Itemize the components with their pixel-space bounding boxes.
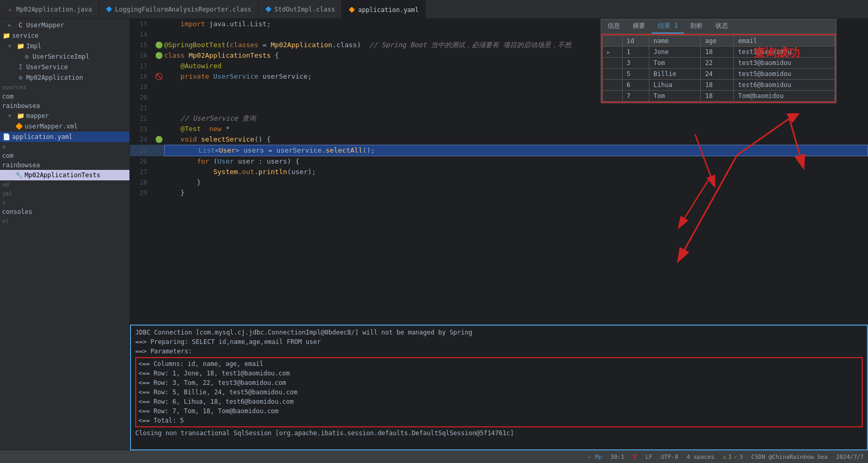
status-mp: ✓ Mp <box>588 454 602 460</box>
cell-id: 5 <box>622 69 649 80</box>
code-line-28: 28 } <box>130 177 868 188</box>
console-output: JDBC Connection [com.mysql.cj.jdbc.Conne… <box>135 328 863 438</box>
log-line-row3: <== Row: 5, Billie, 24, test5@baomidou.c… <box>138 387 860 397</box>
cell-name: Billie <box>649 69 700 80</box>
tab-stdout[interactable]: 🔷 StdOutImpl.class <box>258 0 342 18</box>
status-lf: LF <box>645 454 652 460</box>
sidebar-item-mp02tests[interactable]: 🔧 Mp02ApplicationTests <box>0 170 129 180</box>
sidebar-item-application-yaml[interactable]: 📄 application.yaml <box>0 132 129 142</box>
sidebar-item-consoles[interactable]: consoles <box>0 207 129 217</box>
sidebar-item-impl[interactable]: ▼ 📁 Impl <box>0 41 129 51</box>
col-header-age: age <box>701 36 734 47</box>
log-line-row4: <== Row: 6, Lihua, 18, test6@baomidou.co… <box>138 397 860 406</box>
code-line-26: 26 for (User user : users) { <box>130 156 868 167</box>
col-header-email: email <box>734 36 835 47</box>
test-icon: 🔧 <box>15 171 23 179</box>
table-row: ▶ 1 Jone 18 test1@baomidou <box>603 47 835 58</box>
sidebar-item-mapper[interactable]: ▼ 📁 mapper <box>0 111 129 121</box>
log-line-total: <== Total: 5 <box>138 416 860 425</box>
log-line-columns: <== Columns: id, name, age, email <box>138 359 860 369</box>
cell-email: Tom@baomidou <box>734 91 835 102</box>
cell-name: Tom <box>649 91 700 102</box>
sidebar-item-sources: sources <box>0 83 129 92</box>
code-line-24: 24 🟢 void selectService() { <box>130 134 868 145</box>
status-bar: ✓ Mp 30:1 Y LF UTF-8 4 spaces ⚠ 1 ✓ 3 CS… <box>0 450 868 463</box>
row-marker <box>603 91 623 102</box>
cell-name: Tom <box>649 58 700 69</box>
console-highlight-block: <== Columns: id, name, age, email <== Ro… <box>135 357 863 427</box>
check-icon: ✓ <box>734 454 737 460</box>
panel-tab-status[interactable]: 状态 <box>709 19 734 34</box>
panel-tab-info[interactable]: 信息 <box>601 19 626 34</box>
status-warnings: ⚠ 1 ✓ 3 <box>723 454 743 460</box>
cell-email: test3@baomidou <box>734 58 835 69</box>
status-logo-y: Y <box>633 453 637 461</box>
cell-age: 18 <box>701 91 734 102</box>
code-line-22: 22 // UserService 查询 <box>130 113 868 124</box>
sidebar-item-com2[interactable]: com <box>0 151 129 160</box>
tab-mp02application[interactable]: ☕ Mp02Application.java <box>0 0 99 18</box>
cell-id: 3 <box>622 58 649 69</box>
code-line-27: 27 System.out.println(user); <box>130 167 868 177</box>
status-encoding: UTF-8 <box>661 454 678 460</box>
sidebar-item-iml: iml <box>0 189 129 198</box>
sidebar-item-nd: nd <box>0 180 129 189</box>
yaml-file-icon: 📄 <box>2 133 10 141</box>
service-impl-icon: ⚙ <box>23 52 31 61</box>
cell-name: Lihua <box>649 80 700 91</box>
sidebar-item-userservice[interactable]: I UserService <box>0 62 129 72</box>
sidebar-item-com1[interactable]: com <box>0 92 129 101</box>
code-line-23: 23 @Test new * <box>130 124 868 134</box>
folder-icon: 📁 <box>2 31 10 40</box>
sidebar-item-userserviceimpl[interactable]: ⚙ UserServiceImpl <box>0 51 129 62</box>
row-marker <box>603 80 623 91</box>
cell-age: 24 <box>701 69 734 80</box>
col-header-id: id <box>622 36 649 47</box>
class-icon-1: 🔷 <box>105 6 113 13</box>
sidebar-item-service[interactable]: 📁 service <box>0 30 129 41</box>
cell-age: 18 <box>701 47 734 58</box>
sidebar-item-mp02app[interactable]: ⚙ Mp02Application <box>0 72 129 83</box>
code-line-25: 25 List<User> users = userService.select… <box>130 145 868 156</box>
row-marker: ▶ <box>603 47 623 58</box>
cell-age: 22 <box>701 58 734 69</box>
table-wrapper: id name age email ▶ 1 Jone 18 test1@baom… <box>601 34 836 103</box>
log-line-preparing: ==> Preparing: SELECT id,name,age,email … <box>135 337 863 347</box>
result-table: id name age email ▶ 1 Jone 18 test1@baom… <box>602 35 835 102</box>
sidebar-item-o: o) <box>0 217 129 225</box>
interface-icon: I <box>16 63 25 71</box>
tab-application-yaml[interactable]: 🔶 application.yaml <box>342 0 426 18</box>
sidebar: ▶ C UserMapper 📁 service ▼ 📁 Impl ⚙ User… <box>0 19 130 450</box>
chevron-right-icon: ▶ <box>8 23 15 28</box>
sidebar-item-usermapper[interactable]: ▶ C UserMapper <box>0 20 129 30</box>
status-indent: 4 spaces <box>687 454 714 460</box>
table-row: 6 Lihua 18 test6@baomidou <box>603 80 835 91</box>
cell-email: test1@baomidou <box>734 47 835 58</box>
panel-tab-profile[interactable]: 剖析 <box>684 19 709 34</box>
log-line-row2: <== Row: 3, Tom, 22, test3@baomidou.com <box>138 378 860 387</box>
sidebar-item-rainbowsea2[interactable]: rainbowsea <box>0 160 129 170</box>
xml-icon: 🔶 <box>15 122 23 131</box>
cell-age: 18 <box>701 80 734 91</box>
cell-id: 1 <box>622 47 649 58</box>
table-row: 5 Billie 24 test5@baomidou <box>603 69 835 80</box>
sidebar-item-s: s <box>0 198 129 207</box>
branch-indicator: ✓ Mp <box>588 454 602 460</box>
row-marker <box>603 58 623 69</box>
code-line-21: 21 <box>130 103 868 113</box>
log-line-row5: <== Row: 7, Tom, 18, Tom@baomidou.com <box>138 406 860 416</box>
cell-email: test6@baomidou <box>734 80 835 91</box>
class-icon-2: 🔷 <box>265 6 272 13</box>
java-icon: ☕ <box>6 6 14 13</box>
app-icon: ⚙ <box>16 73 25 82</box>
col-header-name: name <box>649 36 700 47</box>
cell-id: 6 <box>622 80 649 91</box>
panel-tab-summary[interactable]: 摘要 <box>626 19 652 34</box>
panel-tab-result[interactable]: 结果 1 <box>652 19 684 34</box>
tab-logging[interactable]: 🔷 LoggingFailureAnalysisReporter.class <box>99 0 258 18</box>
sidebar-item-usermapperxml[interactable]: 🔶 userMapper.xml <box>0 121 129 132</box>
status-date: 2024/7/7 <box>836 454 864 460</box>
chevron-right-icon-2: ▼ <box>8 44 15 49</box>
table-row: 3 Tom 22 test3@baomidou <box>603 58 835 69</box>
sidebar-item-rainbowsea1[interactable]: rainbowsea <box>0 101 129 111</box>
